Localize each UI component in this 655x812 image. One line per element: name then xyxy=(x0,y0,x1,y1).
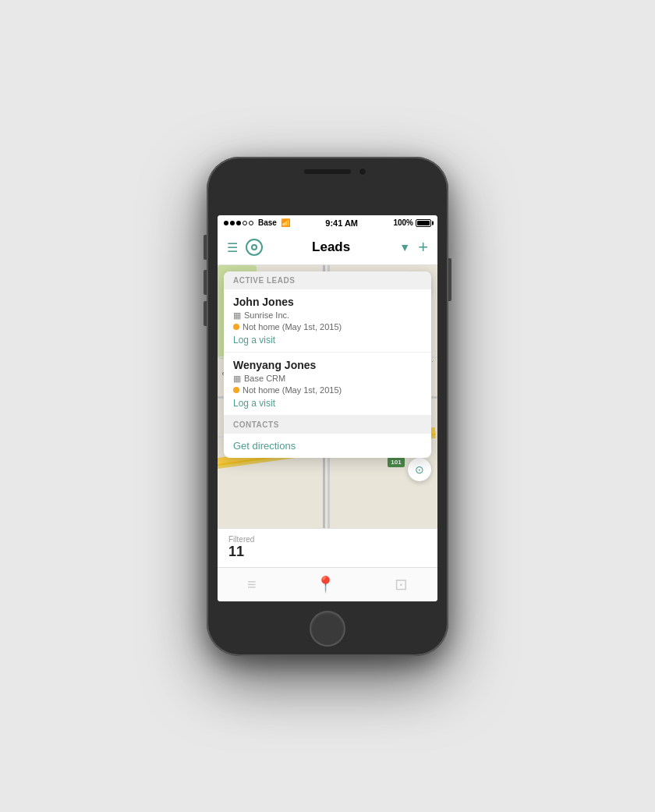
tab-bar: ≡ 📍 ⊡ xyxy=(218,567,437,601)
list-icon: ≡ xyxy=(247,576,257,594)
log-visit-john[interactable]: Log a visit xyxy=(233,335,422,346)
status-text-john: Not home (May 1st, 2015) xyxy=(243,322,342,332)
battery-percent: 100% xyxy=(393,218,413,227)
lead-company-john: ▦ Sunrise Inc. xyxy=(233,310,422,321)
signal-dot-3 xyxy=(236,221,241,225)
highway-badge-101: 101 xyxy=(388,457,404,467)
company-text-john: Sunrise Inc. xyxy=(244,310,289,320)
location-button[interactable]: ⊙ xyxy=(408,458,431,481)
log-visit-wenyang[interactable]: Log a visit xyxy=(233,398,422,409)
phone-shell: Base 📶 9:41 AM 100% ☰ Leads ▼ + xyxy=(207,157,448,656)
home-button[interactable] xyxy=(310,611,345,647)
signal-dot-5 xyxy=(249,221,253,225)
lead-status-john: Not home (May 1st, 2015) xyxy=(233,322,422,332)
filtered-label: Filtered xyxy=(228,535,254,544)
popup-card: ACTIVE LEADS John Jones ▦ Sunrise Inc. N… xyxy=(224,271,431,458)
nav-right: ▼ + xyxy=(399,237,428,257)
contacts-section: Get directions xyxy=(224,434,431,458)
lead-item-john[interactable]: John Jones ▦ Sunrise Inc. Not home (May … xyxy=(224,289,431,353)
tab-list[interactable]: ≡ xyxy=(247,576,257,594)
status-right: 100% xyxy=(393,218,431,227)
active-leads-header: ACTIVE LEADS xyxy=(224,271,431,289)
location-icon: ⊙ xyxy=(415,463,424,476)
time-display: 9:41 AM xyxy=(325,218,358,228)
hamburger-icon[interactable]: ☰ xyxy=(227,240,238,255)
lead-name-john: John Jones xyxy=(233,296,422,308)
nav-title: Leads xyxy=(312,239,350,255)
company-text-wenyang: Base CRM xyxy=(244,374,285,383)
filter-icon[interactable]: ▼ xyxy=(399,241,410,254)
wifi-icon: 📶 xyxy=(281,218,290,227)
battery-icon xyxy=(416,219,431,227)
nav-left: ☰ xyxy=(227,239,263,256)
grid-icon: ⊡ xyxy=(395,575,408,594)
signal-dot-1 xyxy=(224,221,228,225)
status-bar: Base 📶 9:41 AM 100% xyxy=(218,215,437,231)
screen: Base 📶 9:41 AM 100% ☰ Leads ▼ + xyxy=(218,215,437,601)
add-button[interactable]: + xyxy=(418,237,428,257)
filtered-count: 11 xyxy=(228,544,254,560)
status-dot-john xyxy=(233,324,239,330)
get-directions-link[interactable]: Get directions xyxy=(233,440,422,452)
contacts-header: CONTACTS xyxy=(224,416,431,434)
map-pin-icon: 📍 xyxy=(316,575,335,594)
lead-item-wenyang[interactable]: Wenyang Jones ▦ Base CRM Not home (May 1… xyxy=(224,353,431,416)
status-dot-wenyang xyxy=(233,387,239,393)
lead-status-wenyang: Not home (May 1st, 2015) xyxy=(233,385,422,395)
target-icon[interactable] xyxy=(246,239,263,256)
bottom-info-bar: Filtered 11 xyxy=(218,528,437,567)
target-inner xyxy=(251,244,257,250)
signal-dot-2 xyxy=(230,221,235,225)
signal-dot-4 xyxy=(243,221,247,225)
lead-name-wenyang: Wenyang Jones xyxy=(233,359,422,371)
carrier-label: Base xyxy=(258,218,277,227)
building-icon-john: ▦ xyxy=(233,310,241,321)
filtered-info: Filtered 11 xyxy=(228,535,254,560)
speaker xyxy=(304,169,351,174)
building-icon-wenyang: ▦ xyxy=(233,374,241,384)
status-text-wenyang: Not home (May 1st, 2015) xyxy=(243,385,342,395)
tab-grid[interactable]: ⊡ xyxy=(395,575,408,594)
signal-dots xyxy=(224,221,253,225)
status-left: Base 📶 xyxy=(224,218,290,227)
tab-map[interactable]: 📍 xyxy=(316,575,335,594)
nav-bar: ☰ Leads ▼ + xyxy=(218,231,437,265)
map-area[interactable]: Huff Ave Plym... eston Rd itheatre 399B … xyxy=(218,265,437,528)
battery-fill xyxy=(417,221,430,225)
camera xyxy=(359,168,366,176)
lead-company-wenyang: ▦ Base CRM xyxy=(233,374,422,384)
